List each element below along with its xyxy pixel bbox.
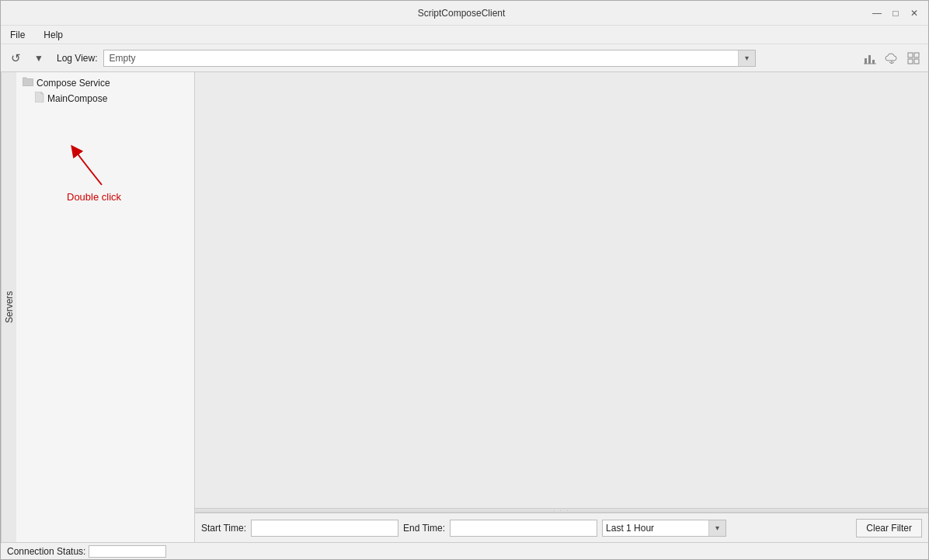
clear-filter-button[interactable]: Clear Filter — [856, 519, 922, 537]
svg-rect-5 — [908, 53, 913, 57]
tree-root-label: Compose Service — [37, 78, 110, 89]
minimize-button[interactable]: — — [869, 5, 885, 21]
window-title: ScriptComposeClient — [54, 8, 869, 19]
tree-area: Compose Service MainCompose — [16, 72, 194, 542]
svg-rect-8 — [914, 59, 919, 64]
folder-icon — [23, 77, 33, 89]
cloud-button[interactable] — [882, 48, 902, 68]
status-bar: Connection Status: — [1, 542, 928, 559]
status-label: Connection Status: — [7, 546, 85, 557]
svg-rect-1 — [868, 55, 871, 64]
dropdown-arrow-icon: ▾ — [715, 523, 719, 532]
refresh-icon: ↺ — [11, 51, 21, 65]
status-value-box — [89, 545, 166, 558]
menu-help[interactable]: Help — [37, 28, 69, 42]
filter-button[interactable]: ▼ — [29, 48, 49, 68]
left-panel: Compose Service MainCompose — [16, 72, 195, 542]
refresh-button[interactable]: ↺ — [5, 48, 26, 68]
svg-rect-0 — [865, 58, 867, 64]
close-button[interactable]: ✕ — [906, 5, 922, 21]
log-view-dropdown-button[interactable]: ▾ — [738, 50, 755, 66]
main-area: Servers Compose Service — [1, 72, 928, 542]
svg-rect-6 — [914, 53, 919, 57]
document-icon — [35, 92, 44, 105]
grid-button[interactable] — [903, 48, 924, 68]
tree-child-label: MainCompose — [47, 93, 107, 104]
filter-bar: Start Time: End Time: Last 1 Hour ▾ Clea… — [195, 513, 928, 542]
title-controls: — □ ✕ — [869, 5, 922, 21]
end-time-label: End Time: — [403, 523, 445, 534]
tree-child-item[interactable]: MainCompose — [16, 90, 194, 106]
tree-root-item[interactable]: Compose Service — [16, 75, 194, 90]
time-range-dropdown[interactable]: Last 1 Hour ▾ — [602, 520, 726, 537]
servers-tab: Servers — [1, 72, 16, 542]
right-panel: · · · Start Time: End Time: Last 1 Hour … — [195, 72, 928, 542]
log-view-label: Log View: — [57, 53, 97, 64]
time-range-value: Last 1 Hour — [603, 523, 708, 534]
toolbar: ↺ ▼ Log View: Empty ▾ — [1, 44, 928, 72]
maximize-button[interactable]: □ — [888, 5, 903, 21]
filter-icon: ▼ — [34, 53, 43, 64]
svg-rect-7 — [908, 59, 913, 64]
chart-button[interactable] — [860, 48, 880, 68]
start-time-input[interactable] — [251, 520, 398, 537]
log-view-value: Empty — [104, 53, 738, 64]
svg-rect-2 — [872, 60, 875, 64]
servers-tab-label: Servers — [4, 291, 15, 323]
toolbar-right-icons — [860, 48, 924, 68]
menu-bar: File Help — [1, 26, 928, 44]
time-range-dropdown-button[interactable]: ▾ — [708, 520, 725, 536]
start-time-label: Start Time: — [201, 523, 246, 534]
cloud-icon — [885, 53, 899, 64]
content-area — [195, 72, 928, 508]
grid-icon — [907, 52, 920, 64]
title-bar: ScriptComposeClient — □ ✕ — [1, 1, 928, 26]
menu-file[interactable]: File — [4, 28, 31, 42]
end-time-input[interactable] — [450, 520, 597, 537]
chart-icon — [864, 52, 876, 64]
